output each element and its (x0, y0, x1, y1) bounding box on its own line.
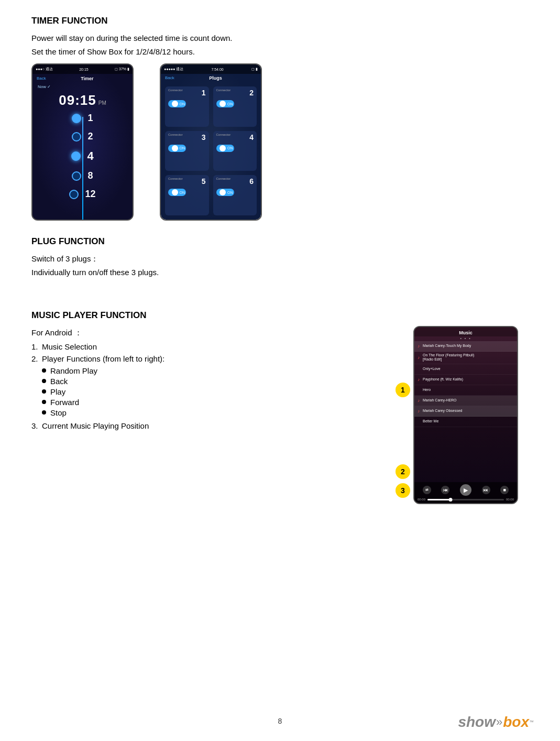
bullet-dot (42, 410, 46, 415)
track-6[interactable]: ♪ Mariah Carey-HERO (414, 396, 517, 406)
time-start: 00:00 (418, 498, 425, 501)
timer-circle-4 (71, 151, 81, 161)
track-name-2: On The Floor (Featuring Pitbull) (423, 353, 474, 357)
music-phone: Music • • • ♪ Mariah Carey-Touch My Body… (413, 326, 518, 504)
timer-label-1: 1 (87, 113, 93, 124)
music-note-icon: ♪ (418, 409, 420, 413)
plug-knob-5 (172, 189, 178, 195)
progress-knob[interactable] (448, 498, 452, 502)
track-name-4: Payphone (ft. Wiz Kalifa) (423, 377, 463, 382)
timer-title: TIMER FUNCTION (31, 16, 529, 26)
timer-label-2: 2 (87, 131, 93, 142)
music-text: For Android ： 1. Music Selection 2. Play… (31, 326, 382, 504)
music-controls-row: ⇄ ⏮ ▶ ⏭ ■ (418, 484, 514, 496)
bullet-dot (42, 379, 46, 383)
music-phone-container: 1 2 3 Music • • • ♪ Mariah Carey-Touch M… (403, 326, 529, 504)
plug-toggle-6[interactable]: ON (216, 189, 234, 196)
logo-show-text: show (458, 714, 496, 731)
plug-title: PLUG FUNCTION (31, 236, 529, 247)
timer-phone: ●●●○ 通达 20:15 ◻ 37% ▮ Back Timer Now ✓ 0… (31, 63, 134, 221)
music-content-row: For Android ： 1. Music Selection 2. Play… (31, 326, 529, 504)
timer-item-4: 4 (71, 149, 93, 163)
music-screen-header: Music (414, 327, 517, 336)
plug-toggle-3[interactable]: ON (168, 145, 186, 152)
bullet-list: Random Play Back Play Forward (31, 366, 382, 417)
plug-toggle-4[interactable]: ON (216, 145, 234, 152)
timer-circle-2 (72, 132, 81, 141)
shuffle-button[interactable]: ⇄ (423, 486, 431, 494)
annotation-bubble-3: 3 (396, 483, 410, 498)
music-note-icon: ♪ (418, 398, 420, 403)
timer-item-8: 8 (72, 170, 93, 181)
track-name-3: Only+Love (423, 367, 441, 371)
plug-toggle-1[interactable]: ON (168, 100, 186, 107)
track-name-6: Mariah Carey-HERO (423, 398, 457, 402)
plug-toggle-2[interactable]: ON (216, 100, 234, 107)
music-note-icon: ♪ (418, 355, 420, 360)
track-7[interactable]: ♪ Mariah Carey Obsessed (414, 406, 517, 417)
timer-label-4: 4 (87, 149, 93, 163)
music-title: MUSIC PLAYER FUNCTION (31, 310, 529, 321)
timer-now: Now ✓ (38, 84, 51, 89)
back-button[interactable]: ⏮ (441, 486, 449, 494)
list-item: Forward (42, 398, 382, 407)
music-numbered-list-3: 3. Current Music Playing Position (31, 421, 382, 430)
page: TIMER FUNCTION Power will stay on during… (0, 0, 560, 741)
track-2[interactable]: ♪ On The Floor (Featuring Pitbull) [Radi… (414, 352, 517, 364)
logo-container: show » box ™ (458, 714, 534, 731)
music-for-android: For Android ： (31, 326, 382, 340)
track-name-1: Mariah Carey-Touch My Body (423, 344, 471, 348)
track-5[interactable]: ♪ Hero (414, 385, 517, 396)
plug-card-2: Connector 2 ON (213, 86, 257, 127)
music-controls-area: ⇄ ⏮ ▶ ⏭ ■ 00:00 (414, 482, 517, 503)
timer-label-12: 12 (85, 189, 95, 200)
timer-label-8: 8 (87, 170, 93, 181)
logo-chevron-icon: » (496, 715, 502, 729)
timer-circle-1 (72, 114, 81, 123)
music-note-icon: ♪ (418, 377, 420, 382)
plug-knob-1 (172, 101, 178, 107)
track-1[interactable]: ♪ Mariah Carey-Touch My Body (414, 341, 517, 352)
plug-card-6: Connector 6 ON (213, 175, 257, 215)
timer-section: TIMER FUNCTION Power will stay on during… (31, 16, 529, 221)
track-sub-2: [Radio Edit] (423, 357, 474, 362)
forward-button[interactable]: ⏭ (482, 486, 490, 494)
timer-body: Power will stay on during the selected t… (31, 31, 529, 58)
plugs-status-bar: ●●●●● 通达 7:54:00 ◻ ▮ (161, 64, 261, 74)
music-screen: Music • • • ♪ Mariah Carey-Touch My Body… (414, 327, 517, 503)
track-3[interactable]: ♪ Only+Love (414, 364, 517, 375)
progress-bar[interactable] (427, 499, 504, 500)
plug-body: Switch of 3 plugs： Individually turn on/… (31, 252, 529, 279)
timer-circle-12 (69, 190, 79, 199)
plugs-nav: Back Plugs (161, 74, 261, 82)
progress-fill (427, 499, 451, 500)
stop-button[interactable]: ■ (500, 486, 509, 494)
timer-time-display: 09:15 PM (59, 91, 106, 108)
plug-card-1: Connector 1 ON (165, 86, 209, 127)
plug-toggle-5[interactable]: ON (168, 189, 186, 196)
logo-tm: ™ (529, 720, 534, 725)
timer-circle-8 (72, 171, 81, 181)
track-4[interactable]: ♪ Payphone (ft. Wiz Kalifa) (414, 375, 517, 385)
page-number: 8 (278, 717, 282, 725)
list-item: Play (42, 387, 382, 396)
track-name-8: Better Me (423, 419, 438, 423)
track-name-5: Hero (423, 388, 431, 392)
plug-knob-3 (172, 145, 178, 151)
plugs-grid: Connector 1 ON Connector 2 (161, 82, 261, 220)
music-dots: • • • (414, 336, 517, 340)
music-track-list: ♪ Mariah Carey-Touch My Body ♪ On The Fl… (414, 341, 517, 482)
timer-item-12: 12 (69, 189, 95, 200)
timer-item-2: 2 (72, 131, 93, 142)
track-8[interactable]: ♪ Better Me (414, 417, 517, 427)
play-button[interactable]: ▶ (460, 484, 471, 496)
plug-section: PLUG FUNCTION Switch of 3 plugs： Individ… (31, 236, 529, 279)
progress-bar-container: 00:00 00:00 (418, 498, 514, 501)
time-end: 00:00 (506, 498, 514, 501)
bullet-dot (42, 389, 46, 394)
bullet-dot (42, 400, 46, 404)
list-item: Stop (42, 408, 382, 417)
music-numbered-list: 1. Music Selection 2. Player Functions (… (31, 342, 382, 363)
plug-knob-4 (219, 145, 226, 151)
timer-status-bar: ●●●○ 通达 20:15 ◻ 37% ▮ (32, 64, 133, 74)
